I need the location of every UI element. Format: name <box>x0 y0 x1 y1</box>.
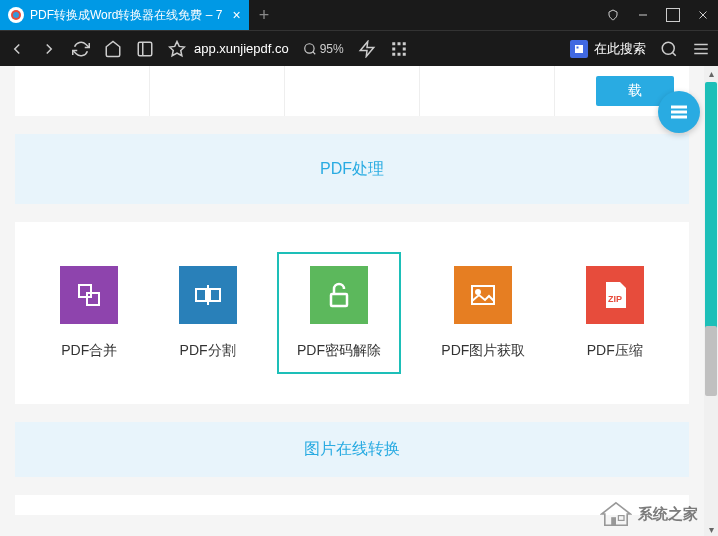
top-cell <box>15 66 150 116</box>
tools-row: PDF合并 PDF分割 PDF密码解除 PDF图片获取 <box>15 222 689 404</box>
search-engine-icon <box>570 40 588 58</box>
reload-button[interactable] <box>72 40 90 58</box>
forward-button[interactable] <box>40 40 58 58</box>
menu-icon[interactable] <box>692 40 710 58</box>
svg-rect-29 <box>79 285 91 297</box>
image-icon <box>454 266 512 324</box>
url-text: app.xunjiepdf.co <box>194 41 289 56</box>
svg-text:ZIP: ZIP <box>608 294 622 304</box>
unlock-icon <box>310 266 368 324</box>
svg-rect-15 <box>402 47 405 50</box>
tool-pdf-split[interactable]: PDF分割 <box>159 252 257 374</box>
svg-rect-18 <box>402 52 405 55</box>
top-row: 载 <box>15 66 689 116</box>
top-cells <box>15 66 555 116</box>
svg-point-8 <box>304 43 313 52</box>
top-cell <box>150 66 285 116</box>
svg-rect-11 <box>392 42 395 45</box>
merge-icon <box>60 266 118 324</box>
minimize-button[interactable] <box>628 0 658 30</box>
floating-menu-button[interactable] <box>658 91 700 133</box>
tool-pdf-extract-image[interactable]: PDF图片获取 <box>421 252 545 374</box>
back-button[interactable] <box>8 40 26 58</box>
tool-label: PDF图片获取 <box>441 342 525 360</box>
top-cell <box>285 66 420 116</box>
browser-tab[interactable]: PDF转换成Word转换器在线免费 – 7 × <box>0 0 249 30</box>
svg-rect-30 <box>87 293 99 305</box>
close-button[interactable] <box>688 0 718 30</box>
tool-label: PDF分割 <box>180 342 236 360</box>
svg-rect-20 <box>577 46 579 48</box>
watermark-text: 系统之家 <box>638 505 698 524</box>
svg-rect-12 <box>397 42 400 45</box>
tab-title: PDF转换成Word转换器在线免费 – 7 <box>30 7 222 24</box>
svg-rect-13 <box>402 42 405 45</box>
home-button[interactable] <box>104 40 122 58</box>
svg-point-21 <box>662 42 674 54</box>
watermark-house-icon <box>600 500 632 528</box>
svg-marker-10 <box>360 41 374 56</box>
tool-pdf-compress[interactable]: ZIP PDF压缩 <box>566 252 664 374</box>
svg-point-1 <box>13 12 19 18</box>
svg-marker-7 <box>170 41 185 55</box>
svg-line-22 <box>672 52 675 55</box>
search-placeholder: 在此搜索 <box>594 40 646 58</box>
svg-rect-39 <box>618 516 624 521</box>
scrollbar[interactable]: ▴ ▾ <box>704 66 718 536</box>
section-header-pdf: PDF处理 <box>15 134 689 204</box>
titlebar: PDF转换成Word转换器在线免费 – 7 × + <box>0 0 718 30</box>
scroll-up-icon[interactable]: ▴ <box>704 66 718 80</box>
svg-rect-19 <box>575 45 583 53</box>
watermark: 系统之家 <box>600 500 698 528</box>
page-body: 载 PDF处理 PDF合并 PDF分割 P <box>0 66 704 536</box>
browser-toolbar: app.xunjiepdf.co 95% 在此搜索 <box>0 30 718 66</box>
svg-rect-5 <box>138 42 152 56</box>
tool-pdf-unlock[interactable]: PDF密码解除 <box>277 252 401 374</box>
tool-pdf-merge[interactable]: PDF合并 <box>40 252 138 374</box>
top-cell <box>420 66 555 116</box>
svg-rect-32 <box>210 289 220 301</box>
scroll-thumb[interactable] <box>705 326 717 396</box>
tool-label: PDF密码解除 <box>297 342 381 360</box>
tool-label: PDF合并 <box>61 342 117 360</box>
zip-icon: ZIP <box>586 266 644 324</box>
search-box[interactable]: 在此搜索 <box>570 40 646 58</box>
maximize-button[interactable] <box>658 0 688 30</box>
star-icon[interactable] <box>168 40 186 58</box>
section-header-image: 图片在线转换 <box>15 422 689 477</box>
svg-line-9 <box>312 51 315 54</box>
svg-rect-35 <box>472 286 494 304</box>
svg-rect-34 <box>331 294 347 306</box>
bottom-strip <box>15 495 689 515</box>
flash-icon[interactable] <box>358 40 376 58</box>
tab-close-icon[interactable]: × <box>232 7 240 23</box>
scroll-down-icon[interactable]: ▾ <box>704 522 718 536</box>
search-icon[interactable] <box>660 40 678 58</box>
new-tab-button[interactable]: + <box>249 5 280 26</box>
tool-label: PDF压缩 <box>587 342 643 360</box>
window-shield-icon[interactable] <box>598 0 628 30</box>
svg-rect-31 <box>196 289 206 301</box>
qr-icon[interactable] <box>390 40 408 58</box>
svg-rect-38 <box>611 517 616 525</box>
page-content: 载 PDF处理 PDF合并 PDF分割 P <box>0 66 718 536</box>
address-bar[interactable]: app.xunjiepdf.co <box>168 40 289 58</box>
split-icon <box>179 266 237 324</box>
zoom-indicator[interactable]: 95% <box>303 42 344 56</box>
svg-rect-17 <box>397 52 400 55</box>
svg-point-36 <box>476 290 480 294</box>
bookmark-panel-icon[interactable] <box>136 40 154 58</box>
svg-rect-14 <box>392 47 395 50</box>
svg-rect-16 <box>392 52 395 55</box>
window-controls <box>598 0 718 30</box>
tab-favicon <box>8 7 24 23</box>
